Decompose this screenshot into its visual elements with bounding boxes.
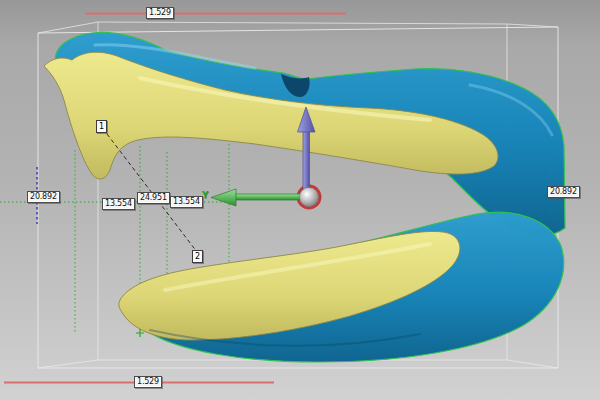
measurement-label-mid-right[interactable]: 13.554 — [170, 196, 203, 208]
measurement-label-mid-left[interactable]: 13.554 — [102, 198, 135, 210]
measurement-label-bottom[interactable]: 1.529 — [134, 376, 162, 388]
viewport-3d[interactable]: 1.529 1.529 20.892 20.892 13.554 24.951 … — [0, 0, 600, 400]
origin-sphere-icon[interactable] — [300, 188, 319, 207]
scene-canvas — [0, 0, 600, 400]
point-marker-1[interactable]: 1 — [96, 120, 107, 133]
measurement-label-left[interactable]: 20.892 — [27, 191, 60, 203]
y-axis-label: Y — [202, 190, 209, 200]
measurement-label-top[interactable]: 1.529 — [146, 7, 174, 19]
z-axis-shaft — [303, 130, 310, 192]
point-marker-2[interactable]: 2 — [192, 250, 203, 263]
y-axis-shaft — [234, 194, 303, 200]
measurement-label-right[interactable]: 20.892 — [547, 186, 580, 198]
y-axis-arrow-icon — [211, 189, 236, 206]
measurement-label-mid-center[interactable]: 24.951 — [137, 192, 170, 204]
